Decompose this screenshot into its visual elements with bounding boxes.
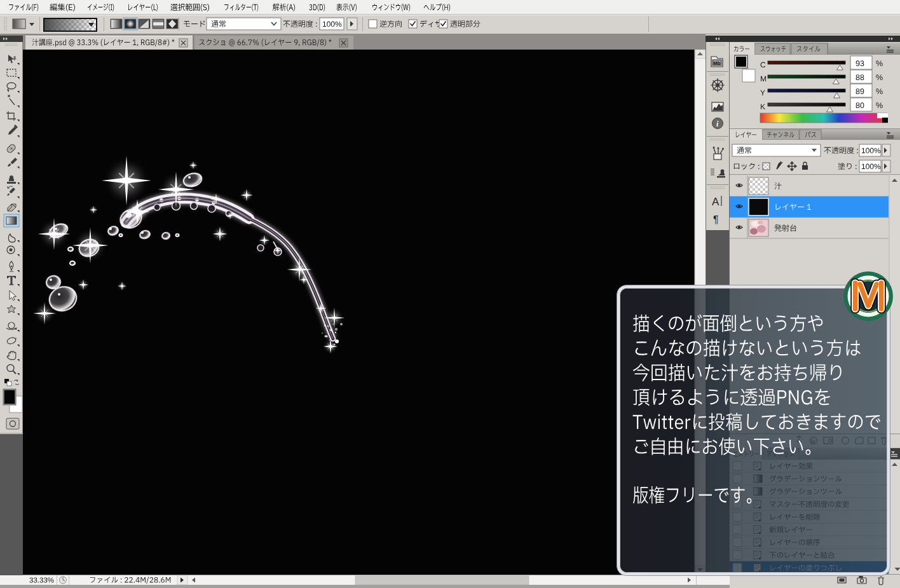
- svg-text:A: A: [712, 196, 719, 208]
- svg-text:Mb: Mb: [713, 60, 721, 66]
- svg-text:¶: ¶: [713, 214, 719, 225]
